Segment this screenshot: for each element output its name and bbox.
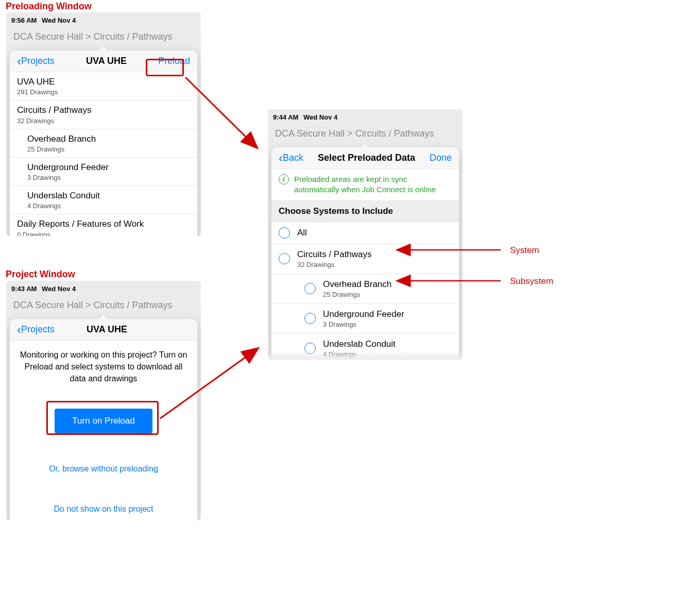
chevron-left-icon: ‹ [17, 57, 21, 66]
list-item-subtitle: 291 Drawings [17, 88, 190, 96]
radio-unchecked-icon[interactable] [304, 313, 316, 324]
select-preloaded-panel: 9:44 AM Wed Nov 4 DCA Secure Hall > Circ… [268, 109, 463, 360]
list-item-subtitle: 25 Drawings [27, 145, 190, 153]
nav-row: ‹ Projects UVA UHE [10, 319, 197, 341]
status-date: Wed Nov 4 [42, 285, 76, 293]
back-button[interactable]: ‹ Back [279, 153, 303, 163]
annot-subsystem: Subsystem [510, 276, 553, 286]
nav-row: ‹ Back Select Preloaded Data Done [271, 147, 459, 169]
popover-arrow-icon [360, 143, 370, 148]
checkbox-row[interactable]: Underground Feeder3 Drawings [271, 304, 459, 334]
done-action[interactable]: Done [430, 153, 452, 163]
checkbox-row-subtitle: 4 Drawings [323, 350, 396, 358]
checkbox-row-title: Overhead Branch [323, 279, 391, 290]
popover-arrow-icon [98, 46, 109, 52]
checkbox-row[interactable]: Underslab Conduit4 Drawings [271, 334, 459, 360]
turn-on-preload-button[interactable]: Turn on Preload [55, 409, 152, 433]
project-popover: ‹ Projects UVA UHE Monitoring or working… [10, 319, 197, 520]
status-time: 9:43 AM [11, 285, 37, 293]
back-label: Projects [21, 56, 55, 66]
list-item-title: Daily Reports / Features of Work [17, 218, 190, 229]
prompt-body: Monitoring or working on this project? T… [10, 341, 197, 520]
list-item-title: UVA UHE [17, 76, 190, 87]
list-item-subtitle: 0 Drawings [17, 231, 190, 237]
checkbox-row[interactable]: Overhead Branch25 Drawings [271, 274, 459, 304]
nav-title: UVA UHE [86, 56, 127, 66]
select-popover: ‹ Back Select Preloaded Data Done i Prel… [271, 147, 459, 360]
nav-title: UVA UHE [87, 324, 127, 335]
nav-title: Select Preloaded Data [318, 153, 415, 163]
status-bar: 9:56 AM Wed Nov 4 [6, 12, 201, 26]
back-label: Back [283, 153, 303, 163]
checkbox-row-title: Underslab Conduit [323, 339, 396, 349]
chevron-left-icon: ‹ [17, 325, 21, 334]
back-button[interactable]: ‹ Projects [17, 56, 55, 66]
list-item-subtitle: 32 Drawings [17, 117, 190, 125]
preloading-panel: 9:56 AM Wed Nov 4 DCA Secure Hall > Circ… [6, 12, 201, 236]
prompt-message: Monitoring or working on this project? T… [17, 349, 190, 385]
radio-unchecked-icon[interactable] [279, 253, 290, 264]
checkbox-row[interactable]: All [271, 222, 459, 244]
checkbox-row-subtitle: 32 Drawings [297, 261, 372, 268]
status-time: 9:56 AM [11, 16, 37, 24]
list-item-title: Underslab Conduit [27, 190, 190, 201]
back-label: Projects [21, 324, 55, 335]
list-item-subtitle: 4 Drawings [27, 202, 190, 210]
section-header: Choose Systems to Include [271, 201, 459, 222]
list-item[interactable]: Daily Reports / Features of Work0 Drawin… [10, 214, 197, 236]
preload-action[interactable]: Preload [158, 56, 190, 66]
annot-system: System [510, 245, 539, 256]
checkbox-row[interactable]: Circuits / Pathways32 Drawings [271, 244, 459, 274]
list-item[interactable]: UVA UHE291 Drawings [10, 72, 197, 100]
list-item[interactable]: Overhead Branch25 Drawings [10, 129, 197, 158]
list-item-title: Circuits / Pathways [17, 105, 190, 115]
list-item[interactable]: Circuits / Pathways32 Drawings [10, 100, 197, 129]
radio-unchecked-icon[interactable] [304, 343, 316, 354]
list-item[interactable]: Underground Feeder3 Drawings [10, 158, 197, 186]
list-item-subtitle: 3 Drawings [27, 174, 190, 181]
radio-unchecked-icon[interactable] [279, 227, 290, 239]
project-panel: 9:43 AM Wed Nov 4 DCA Secure Hall > Circ… [6, 281, 201, 520]
list-item-title: Overhead Branch [27, 133, 190, 144]
back-button[interactable]: ‹ Projects [17, 324, 55, 335]
checkbox-row-subtitle: 25 Drawings [323, 291, 391, 298]
nav-row: ‹ Projects UVA UHE Preload [10, 50, 197, 72]
checkbox-row-title: All [297, 228, 307, 238]
list-item-title: Underground Feeder [27, 162, 190, 173]
info-banner: i Preloaded areas are kept in sync autom… [271, 169, 459, 201]
popover-arrow-icon [98, 315, 109, 320]
status-time: 9:44 AM [273, 113, 298, 121]
status-date: Wed Nov 4 [42, 16, 76, 24]
status-bar: 9:44 AM Wed Nov 4 [268, 109, 463, 123]
checkbox-row-subtitle: 3 Drawings [323, 321, 404, 328]
list-item[interactable]: Underslab Conduit4 Drawings [10, 186, 197, 214]
info-icon: i [279, 174, 289, 184]
status-bar: 9:43 AM Wed Nov 4 [6, 281, 201, 295]
radio-unchecked-icon[interactable] [304, 283, 316, 294]
do-not-show-link[interactable]: Do not show on this project [17, 504, 190, 514]
info-text: Preloaded areas are kept in sync automat… [294, 174, 452, 195]
label-preloading-window: Preloading Window [6, 1, 92, 12]
preload-popover: ‹ Projects UVA UHE Preload UVA UHE291 Dr… [10, 50, 197, 236]
checkbox-row-title: Circuits / Pathways [297, 249, 372, 260]
browse-without-preloading-link[interactable]: Or, browse without preloading [17, 464, 190, 474]
checkbox-row-title: Underground Feeder [323, 309, 404, 319]
chevron-left-icon: ‹ [279, 154, 283, 163]
status-date: Wed Nov 4 [303, 113, 337, 121]
label-project-window: Project Window [6, 269, 75, 280]
